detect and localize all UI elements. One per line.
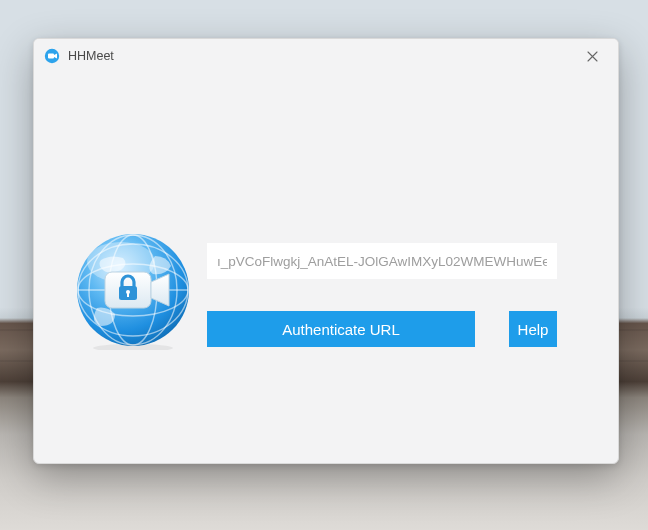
window-content: Authenticate URL Help — [34, 73, 618, 463]
app-window: HHMeet — [33, 38, 619, 464]
url-input[interactable] — [207, 243, 557, 279]
svg-rect-12 — [127, 292, 129, 297]
close-button[interactable] — [572, 41, 612, 71]
desktop-background: HHMeet — [0, 0, 648, 530]
svg-point-13 — [93, 344, 173, 350]
app-logo — [73, 230, 193, 350]
svg-rect-1 — [48, 54, 54, 59]
titlebar: HHMeet — [34, 39, 618, 73]
app-icon — [44, 48, 60, 64]
help-button[interactable]: Help — [509, 311, 557, 347]
window-title: HHMeet — [68, 49, 114, 63]
close-icon — [587, 51, 598, 62]
authenticate-button[interactable]: Authenticate URL — [207, 311, 475, 347]
